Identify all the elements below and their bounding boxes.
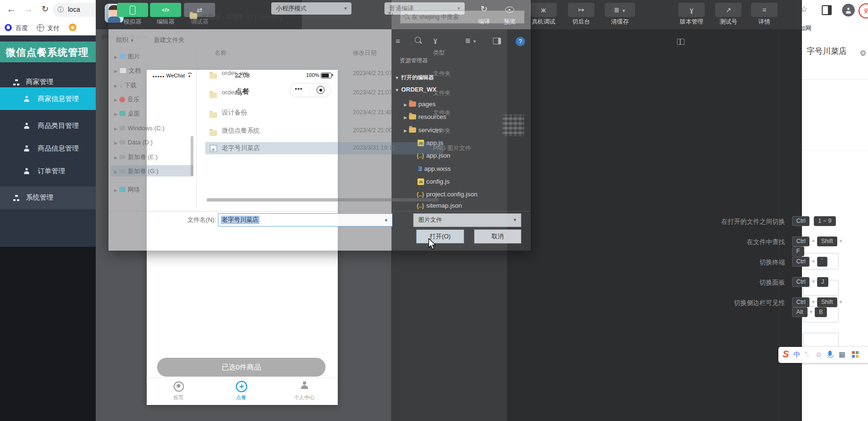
split-screen-icon[interactable] xyxy=(822,5,832,15)
chevron-down-icon[interactable]: ▼ xyxy=(384,218,388,223)
tab-profile[interactable]: 个人中心 xyxy=(285,380,323,404)
nav-item-documents[interactable]: ▶ 文档 xyxy=(114,66,141,75)
file-row[interactable]: 微信点餐系统 2023/4/2 21:00 文件夹 xyxy=(205,125,531,137)
sidebar-item-label: 订单管理 xyxy=(38,167,65,176)
nav-item-network[interactable]: ▶ 网络 xyxy=(114,185,140,194)
gear-icon[interactable]: ⚙ xyxy=(860,49,866,58)
exit-target-icon[interactable] xyxy=(317,86,325,94)
sidebar-item-label: 商家信息管理 xyxy=(38,94,79,103)
file-date: 2023/4/2 21:48 xyxy=(353,109,392,116)
person-icon xyxy=(24,168,30,174)
layers-icon: ≣ xyxy=(614,6,619,14)
horizontal-scrollbar[interactable] xyxy=(207,198,439,202)
info-icon[interactable]: ⓘ xyxy=(58,6,64,14)
emoji-icon[interactable]: ☺ xyxy=(815,350,822,358)
divider xyxy=(802,79,868,80)
sidebar-group-system[interactable]: 系统管理 xyxy=(0,186,96,209)
tab-label: 点餐 xyxy=(222,394,260,401)
sidebar-item-category[interactable]: 商品类目管理 xyxy=(0,117,96,135)
bookmark-baidu[interactable]: 百度 xyxy=(16,24,28,33)
filename-input[interactable]: 老字号川菜店 ▼ xyxy=(218,213,392,227)
mic-icon[interactable] xyxy=(828,351,832,356)
download-icon: ↓ xyxy=(119,82,122,89)
baidu-icon xyxy=(5,24,12,31)
admin-header: 微信点餐系统管理 xyxy=(0,42,96,62)
tab-home[interactable]: 首页 xyxy=(159,380,197,404)
split-editor-icon[interactable] xyxy=(677,39,684,45)
ime-toolbar[interactable]: S 中 °, ☺ ▦ xyxy=(778,347,868,363)
key: Ctrl xyxy=(792,216,810,226)
capsule-menu[interactable]: ••• xyxy=(290,83,331,97)
test-account-button[interactable]: ↗ xyxy=(715,3,742,17)
key: Shift xyxy=(817,297,837,307)
nav-item-e-drive[interactable]: ▶ 新加卷 (E:) xyxy=(114,152,158,161)
clear-cache-button[interactable]: ≣ ▼ xyxy=(605,3,635,17)
nav-item-downloads[interactable]: ▶ ↓ 下载 xyxy=(114,81,137,90)
key: 1 ~ 9 xyxy=(814,216,835,226)
shortcut-row-5: 切换侧边栏可见性 Ctrl+Shift+Alt+B xyxy=(638,297,855,309)
org-icon xyxy=(13,195,20,201)
page-body-dark xyxy=(0,247,96,421)
bookmark-zhifu[interactable]: 支付 xyxy=(47,24,59,33)
file-date: 2023/4/2 21:00 xyxy=(353,127,392,134)
new-folder-button[interactable]: 新建文件夹 xyxy=(154,36,184,44)
page-title: 字号川菜店 xyxy=(807,46,847,57)
refresh-icon[interactable]: ↻ xyxy=(388,10,394,19)
profile-avatar[interactable] xyxy=(842,4,855,17)
column-type[interactable]: 类型 xyxy=(433,49,445,57)
tab-order[interactable]: + 点餐 xyxy=(222,380,260,404)
selected-items-button[interactable]: 已选0件商品 xyxy=(157,358,326,377)
filename-label: 文件名(N): xyxy=(169,216,216,224)
real-device-debug-button[interactable]: ж xyxy=(530,3,557,17)
breadcrumb[interactable]: 此电脑 › 新加卷 (G:) › shejiing › xyxy=(202,12,286,21)
key: Ctrl xyxy=(792,277,810,287)
url-text[interactable]: loca xyxy=(68,6,80,13)
details-button[interactable]: ≡ xyxy=(751,3,777,17)
forward-icon[interactable]: → xyxy=(24,4,33,15)
file-name: 设计备份 xyxy=(222,109,247,117)
sidebar-item-orders[interactable]: 订单管理 xyxy=(0,162,96,181)
nav-item-d-drive[interactable]: ▶ Data (D:) xyxy=(114,138,153,146)
documents-icon xyxy=(119,67,126,74)
sidebar-item-product-info[interactable]: 商品信息管理 xyxy=(0,139,96,158)
column-date[interactable]: 修改日期 xyxy=(353,49,376,57)
nav-item-pictures[interactable]: ▶ 图片 xyxy=(114,52,140,61)
to-background-button[interactable]: ↦ xyxy=(568,3,594,17)
keyboard-icon[interactable]: ▦ xyxy=(839,350,845,359)
nav-item-c-drive[interactable]: ▶ Windows (C:) xyxy=(114,124,165,132)
punctuation-icon[interactable]: °, xyxy=(805,351,809,357)
nav-item-music[interactable]: ▶ 音乐 xyxy=(114,95,140,104)
nav-item-g-drive[interactable]: ▶ 新加卷 (G:) xyxy=(114,167,159,176)
version-manage-label: 版本管理 xyxy=(675,18,708,26)
person-icon xyxy=(24,96,30,102)
version-manage-button[interactable]: ɣ xyxy=(678,3,705,17)
sidebar-item-merchant-info[interactable]: 商家信息管理 xyxy=(0,87,96,110)
filetype-select[interactable]: 图片文件 ▼ xyxy=(413,213,521,227)
lion-icon xyxy=(69,24,76,31)
open-button[interactable]: 打开(O) xyxy=(416,229,464,244)
organize-button[interactable]: 组织 ▼ xyxy=(116,36,134,44)
shortcut-label: 切换侧边栏可见性 xyxy=(638,299,785,307)
column-name[interactable]: 名称 xyxy=(215,49,226,57)
admin-page-right: 字号川菜店 ⚙ xyxy=(802,35,868,421)
form-field[interactable] xyxy=(803,333,839,349)
key: Ctrl xyxy=(792,236,810,246)
back-icon[interactable]: ← xyxy=(7,4,16,15)
toolbox-icon[interactable] xyxy=(852,351,859,358)
more-dots-icon[interactable]: ••• xyxy=(295,85,303,93)
cancel-button[interactable]: 取消 xyxy=(474,229,521,244)
tree-scrollbar[interactable] xyxy=(191,136,193,176)
refresh-icon[interactable]: ↻ xyxy=(42,4,49,14)
search-box[interactable]: 在 shejiing 中搜索 xyxy=(400,10,525,24)
bookmark-right[interactable]: 知网 xyxy=(799,24,827,33)
file-row-selected[interactable]: 老字号川菜店 2023/3/31 19:12 PNG 图片文件 xyxy=(205,142,531,154)
drive-icon xyxy=(119,126,125,130)
account-badge[interactable]: 更 xyxy=(859,3,868,18)
file-row[interactable]: 设计备份 2023/4/2 21:48 文件夹 xyxy=(205,107,531,119)
nav-item-desktop[interactable]: ▶ 桌面 xyxy=(114,109,140,118)
drive-icon xyxy=(119,169,125,173)
key: ` xyxy=(817,257,827,267)
shortcut-row-2: 在文件中查找 Ctrl+Shift+F xyxy=(638,236,855,248)
ime-lang[interactable]: 中 xyxy=(793,350,801,359)
org-icon xyxy=(13,79,20,85)
